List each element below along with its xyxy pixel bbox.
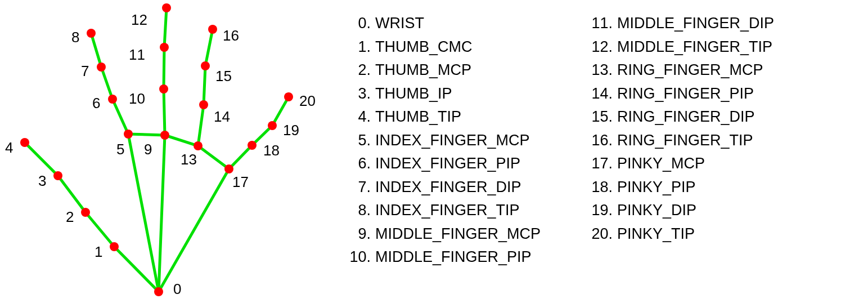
- landmark-label-20: 20: [299, 92, 316, 110]
- legend-row: 7.INDEX_FINGER_DIP: [346, 180, 574, 195]
- landmark-dot-19: [268, 121, 277, 130]
- landmark-dot-13: [194, 141, 203, 150]
- landmark-dot-6: [108, 95, 117, 104]
- svg-line-1: [86, 212, 114, 247]
- legend-number: 9.: [346, 226, 371, 242]
- legend-number: 6.: [346, 156, 371, 171]
- legend-number: 11.: [588, 16, 613, 31]
- legend-row: 11.MIDDLE_FINGER_DIP: [588, 16, 774, 31]
- legend-number: 15.: [588, 109, 613, 124]
- legend-number: 10.: [346, 249, 371, 265]
- legend-number: 17.: [588, 156, 613, 171]
- legend-col-left: 0.WRIST1.THUMB_CMC2.THUMB_MCP3.THUMB_IP4…: [346, 16, 574, 303]
- svg-line-12: [159, 135, 165, 292]
- landmark-dot-14: [199, 100, 208, 109]
- landmark-dot-15: [201, 61, 210, 70]
- legend-row: 15.RING_FINGER_DIP: [588, 109, 774, 124]
- landmark-label-18: 18: [263, 142, 280, 159]
- landmark-label-14: 14: [214, 108, 230, 126]
- landmark-label-8: 8: [71, 29, 79, 46]
- legend-name: PINKY_DIP: [617, 203, 696, 218]
- legend-number: 0.: [346, 16, 371, 31]
- legend-name: INDEX_FINGER_TIP: [375, 203, 520, 218]
- legend-number: 5.: [346, 133, 371, 148]
- landmark-label-17: 17: [232, 173, 249, 191]
- landmark-dot-1: [110, 242, 119, 251]
- legend-row: 16.RING_FINGER_TIP: [588, 133, 774, 148]
- landmark-dot-10: [159, 84, 168, 93]
- legend-row: 5.INDEX_FINGER_MCP: [346, 133, 574, 148]
- hand-diagram: 01234567891011121314151617181920: [0, 0, 326, 303]
- legend-name: RING_FINGER_PIP: [617, 86, 754, 101]
- landmark-label-3: 3: [38, 172, 46, 190]
- svg-line-5: [113, 99, 128, 134]
- legend-row: 12.MIDDLE_FINGER_TIP: [588, 39, 774, 55]
- legend-number: 7.: [346, 180, 371, 195]
- legend-name: PINKY_TIP: [617, 226, 695, 242]
- legend-name: MIDDLE_FINGER_TIP: [617, 39, 772, 55]
- legend-row: 17.PINKY_MCP: [588, 156, 774, 171]
- svg-line-9: [164, 89, 165, 135]
- legend-row: 3.THUMB_IP: [346, 86, 574, 101]
- legend-row: 14.RING_FINGER_PIP: [588, 86, 774, 101]
- svg-line-18: [229, 145, 252, 169]
- legend-number: 18.: [588, 180, 613, 195]
- landmark-dot-11: [160, 43, 169, 52]
- svg-line-15: [204, 66, 205, 105]
- landmark-label-9: 9: [144, 141, 152, 158]
- legend-name: INDEX_FINGER_MCP: [375, 133, 530, 148]
- legend-number: 2.: [346, 63, 371, 78]
- legend-row: 8.INDEX_FINGER_TIP: [346, 203, 574, 218]
- legend-name: PINKY_PIP: [617, 180, 696, 195]
- landmark-label-15: 15: [215, 68, 232, 85]
- landmark-label-1: 1: [95, 243, 102, 261]
- landmark-dot-0: [154, 287, 163, 296]
- landmark-label-12: 12: [131, 11, 147, 29]
- landmark-label-10: 10: [129, 90, 145, 108]
- landmark-dot-18: [248, 141, 257, 150]
- landmark-label-16: 16: [223, 27, 239, 44]
- legend-row: 1.THUMB_CMC: [346, 39, 574, 55]
- legend-number: 13.: [588, 63, 613, 78]
- legend-row: 2.THUMB_MCP: [346, 63, 574, 78]
- svg-line-21: [159, 169, 229, 292]
- svg-line-11: [164, 8, 167, 47]
- landmark-label-0: 0: [173, 280, 181, 298]
- legend-col-right: 11.MIDDLE_FINGER_DIP12.MIDDLE_FINGER_TIP…: [588, 16, 774, 303]
- legend-number: 14.: [588, 86, 613, 101]
- legend-name: RING_FINGER_DIP: [617, 109, 755, 124]
- landmark-dot-7: [97, 63, 106, 72]
- landmark-dot-20: [284, 92, 293, 101]
- legend-row: 10.MIDDLE_FINGER_PIP: [346, 249, 574, 265]
- svg-line-16: [205, 29, 213, 66]
- legend-row: 20.PINKY_TIP: [588, 226, 774, 242]
- legend-name: THUMB_MCP: [375, 63, 471, 78]
- legend-row: 6.INDEX_FINGER_PIP: [346, 156, 574, 171]
- landmark-label-6: 6: [92, 95, 100, 112]
- landmark-dot-16: [208, 25, 217, 34]
- svg-line-7: [91, 33, 101, 67]
- legend-number: 1.: [346, 39, 371, 55]
- landmark-label-7: 7: [81, 63, 89, 80]
- legend-number: 3.: [346, 86, 371, 101]
- legend-name: RING_FINGER_MCP: [617, 63, 763, 78]
- legend-name: THUMB_TIP: [375, 109, 461, 124]
- legend: 0.WRIST1.THUMB_CMC2.THUMB_MCP3.THUMB_IP4…: [326, 0, 868, 303]
- legend-name: PINKY_MCP: [617, 156, 705, 171]
- svg-line-13: [165, 135, 198, 146]
- legend-row: 9.MIDDLE_FINGER_MCP: [346, 226, 574, 242]
- landmark-dot-12: [162, 3, 171, 12]
- landmark-dot-2: [81, 208, 90, 217]
- legend-number: 19.: [588, 203, 613, 218]
- landmark-dot-4: [20, 138, 29, 147]
- legend-name: INDEX_FINGER_PIP: [375, 156, 520, 171]
- svg-line-10: [164, 47, 164, 89]
- svg-line-17: [198, 146, 229, 169]
- figure: 01234567891011121314151617181920 0.WRIST…: [0, 0, 868, 303]
- svg-line-3: [25, 142, 58, 176]
- legend-row: 13.RING_FINGER_MCP: [588, 63, 774, 78]
- landmark-label-4: 4: [5, 139, 13, 157]
- landmark-dot-8: [87, 29, 96, 38]
- landmark-dot-17: [224, 164, 233, 173]
- legend-number: 4.: [346, 109, 371, 124]
